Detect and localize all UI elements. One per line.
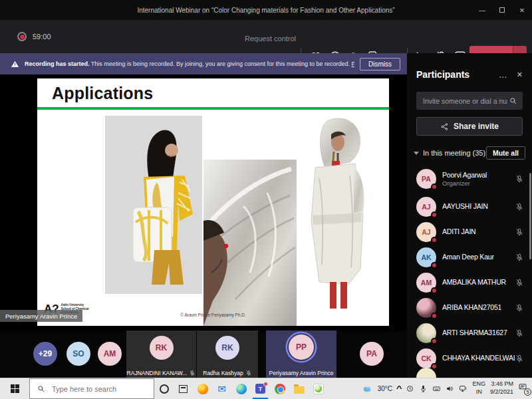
slide-title: Applications: [52, 84, 153, 103]
slide-image-silver-hood-closeup: [203, 160, 297, 326]
maximize-button[interactable]: [492, 0, 512, 20]
avatar[interactable]: PA: [360, 342, 384, 366]
firefox-icon: [198, 384, 208, 394]
avatar: AK: [416, 247, 436, 267]
participant-row[interactable]: ARTI SHARMA31627: [407, 321, 532, 346]
warning-icon: [11, 60, 19, 68]
mic-off-icon[interactable]: [515, 253, 524, 262]
participant-row[interactable]: PA Poorvi AgarwalOrganizer: [407, 164, 532, 194]
participant-row[interactable]: ARIBA KHAN27051: [407, 295, 532, 321]
weather-icon[interactable]: [362, 384, 373, 393]
shared-slide: Applications: [37, 78, 389, 326]
firefox-button[interactable]: [193, 378, 212, 399]
video-strip: +29 SO AM RK RAJNANDINI KANAW... RK Radh…: [0, 331, 407, 378]
task-view-button[interactable]: [174, 378, 193, 399]
taskbar-search-box[interactable]: [29, 378, 154, 399]
taskbar-search-input[interactable]: [51, 384, 147, 394]
chrome-button[interactable]: [270, 378, 289, 399]
teams-meeting-window: International Webinar on “Color Changing…: [0, 0, 532, 399]
close-button[interactable]: ✕: [512, 0, 532, 20]
section-chevron-icon[interactable]: [414, 152, 419, 155]
folder-icon: [294, 386, 305, 394]
minimize-button[interactable]: —: [472, 0, 492, 20]
tray-mic-icon[interactable]: [419, 384, 428, 393]
mic-off-icon[interactable]: [515, 174, 524, 184]
photo-avatar: [416, 298, 436, 318]
mute-all-button[interactable]: Mute all: [486, 146, 525, 160]
file-explorer-button[interactable]: [289, 378, 309, 399]
presence-busy-dot: [431, 262, 438, 269]
slide-title-rule: [37, 107, 389, 110]
participant-row[interactable]: AJ AAYUSHI JAIN: [407, 194, 532, 219]
window-title: International Webinar on “Color Changing…: [137, 7, 394, 14]
temperature[interactable]: 30°C: [378, 385, 392, 392]
hidden-icons-chevron[interactable]: ^: [396, 384, 402, 392]
dismiss-button[interactable]: Dismiss: [360, 58, 400, 70]
participants-title: Participants: [416, 69, 469, 80]
invite-search-box[interactable]: [416, 92, 523, 110]
cortana-button[interactable]: [154, 378, 174, 399]
mic-off-icon[interactable]: [515, 278, 524, 287]
share-invite-button[interactable]: Share invite: [416, 117, 523, 136]
titlebar: International Webinar on “Color Changing…: [0, 0, 532, 20]
presence-busy-dot: [431, 184, 438, 190]
participant-row[interactable]: AM AMBALIKA MATHUR: [407, 270, 532, 295]
participants-panel: Participants … ✕ Share invite In this me…: [407, 53, 532, 378]
mic-off-icon[interactable]: [515, 354, 524, 363]
cortana-icon: [160, 384, 169, 394]
avatar: AJ: [416, 222, 436, 242]
share-invite-icon: [440, 122, 449, 131]
participant-row[interactable]: AJ ADITI JAIN: [407, 219, 532, 245]
green-app-icon: [313, 384, 324, 394]
tray-volume-icon[interactable]: [446, 384, 454, 393]
chrome-icon: [275, 384, 285, 394]
content-stage: Applications: [0, 74, 407, 331]
recording-banner-text: Recording has started. This meeting is b…: [25, 61, 354, 67]
green-app-button[interactable]: [309, 378, 328, 399]
in-meeting-count: In this meeting (35): [423, 149, 485, 157]
participants-close-button[interactable]: ✕: [517, 70, 523, 79]
avatar: AM: [416, 273, 436, 293]
avatar: CK: [416, 348, 436, 368]
mail-button[interactable]: ✉: [212, 378, 231, 399]
mic-off-icon[interactable]: [515, 202, 524, 211]
tray-keyboard-icon[interactable]: [432, 384, 441, 393]
presence-busy-dot: [431, 237, 438, 243]
overflow-count-avatar[interactable]: +29: [33, 342, 57, 366]
tile-name: RAJNANDINI KANAW...: [127, 370, 188, 376]
start-button[interactable]: [0, 378, 29, 399]
video-tile-speaking[interactable]: PP Periyasamy Aravin Prince: [266, 331, 336, 378]
presence-busy-dot: [431, 287, 438, 294]
clock[interactable]: 3:46 PM9/2/2021: [490, 380, 513, 396]
mail-icon: ✉: [217, 384, 226, 394]
participants-scrollbar[interactable]: [529, 173, 531, 259]
tile-name: Periyasamy Aravin Prince: [269, 370, 334, 376]
video-tile[interactable]: RK RAJNANDINI KANAW...: [126, 331, 196, 378]
participants-list: PA Poorvi AgarwalOrganizer AJ AAYUSHI JA…: [407, 164, 532, 371]
teams-button[interactable]: T: [251, 378, 270, 399]
language-indicator[interactable]: ENGIN: [472, 380, 485, 396]
edge-button[interactable]: [231, 378, 251, 399]
avatar[interactable]: AM: [98, 342, 122, 366]
tray-status-icon[interactable]: [406, 384, 414, 393]
presence-busy-dot: [431, 338, 438, 344]
action-center-button[interactable]: 5: [518, 382, 530, 394]
privacy-policy-link[interactable]: Privacy policy: [352, 61, 354, 67]
maximize-icon: [499, 7, 505, 13]
search-icon: [509, 96, 517, 105]
mic-off-icon[interactable]: [515, 329, 524, 338]
mic-off-icon[interactable]: [515, 303, 524, 313]
task-view-icon: [179, 385, 188, 393]
tile-name: Radha Kashyap: [203, 370, 243, 376]
participants-more-button[interactable]: …: [499, 70, 507, 80]
invite-search-input[interactable]: [422, 96, 509, 106]
request-control-button[interactable]: Request control: [245, 35, 296, 43]
notification-badge: [263, 382, 268, 386]
video-tile[interactable]: RK Radha Kashyap: [197, 331, 258, 378]
participant-row[interactable]: AK Aman Deep Kaur: [407, 245, 532, 270]
windows-logo-icon: [11, 384, 19, 393]
mic-off-icon[interactable]: [515, 227, 524, 237]
avatar[interactable]: SO: [66, 342, 90, 366]
recording-banner: Recording has started. This meeting is b…: [0, 53, 407, 74]
tray-network-icon[interactable]: [459, 384, 467, 393]
